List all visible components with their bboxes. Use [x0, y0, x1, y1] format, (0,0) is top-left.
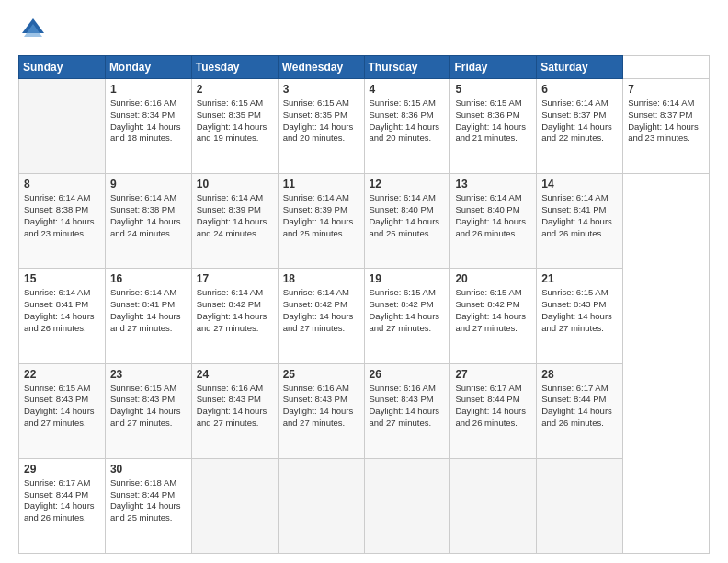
calendar-cell: 20Sunrise: 6:15 AMSunset: 8:42 PMDayligh…: [450, 269, 537, 363]
calendar-cell: 11Sunrise: 6:14 AMSunset: 8:39 PMDayligh…: [278, 174, 364, 269]
calendar-cell: 30Sunrise: 6:18 AMSunset: 8:44 PMDayligh…: [105, 458, 191, 553]
day-header-friday: Friday: [450, 56, 537, 79]
cell-details: Sunrise: 6:14 AMSunset: 8:38 PMDaylight:…: [110, 192, 187, 239]
day-number: 1: [110, 83, 187, 96]
day-number: 11: [283, 178, 359, 190]
cell-details: Sunrise: 6:16 AMSunset: 8:34 PMDaylight:…: [110, 98, 187, 144]
calendar-cell: [19, 79, 106, 174]
day-number: 10: [197, 178, 273, 190]
day-number: 6: [541, 83, 618, 96]
day-number: 7: [628, 83, 704, 96]
day-number: 23: [110, 368, 187, 381]
logo: [18, 17, 51, 46]
cell-details: Sunrise: 6:14 AMSunset: 8:41 PMDaylight:…: [110, 287, 187, 334]
calendar-cell: 17Sunrise: 6:14 AMSunset: 8:42 PMDayligh…: [191, 269, 278, 363]
cell-details: Sunrise: 6:14 AMSunset: 8:39 PMDaylight:…: [197, 192, 273, 239]
calendar-cell: 2Sunrise: 6:15 AMSunset: 8:35 PMDaylight…: [191, 79, 278, 174]
calendar-cell: 28Sunrise: 6:17 AMSunset: 8:44 PMDayligh…: [537, 363, 623, 458]
calendar-cell: 13Sunrise: 6:14 AMSunset: 8:40 PMDayligh…: [450, 174, 537, 269]
cell-details: Sunrise: 6:14 AMSunset: 8:39 PMDaylight:…: [283, 192, 359, 239]
day-number: 27: [455, 368, 531, 381]
week-row-3: 22Sunrise: 6:15 AMSunset: 8:43 PMDayligh…: [19, 363, 710, 458]
cell-details: Sunrise: 6:14 AMSunset: 8:38 PMDaylight:…: [24, 192, 100, 239]
cell-details: Sunrise: 6:15 AMSunset: 8:36 PMDaylight:…: [370, 98, 446, 144]
cell-details: Sunrise: 6:14 AMSunset: 8:42 PMDaylight:…: [283, 287, 359, 334]
cell-details: Sunrise: 6:14 AMSunset: 8:41 PMDaylight:…: [541, 192, 618, 239]
week-row-1: 8Sunrise: 6:14 AMSunset: 8:38 PMDaylight…: [19, 174, 710, 269]
cell-details: Sunrise: 6:15 AMSunset: 8:43 PMDaylight:…: [24, 383, 100, 430]
calendar-cell: 26Sunrise: 6:16 AMSunset: 8:43 PMDayligh…: [364, 363, 450, 458]
calendar-cell: 18Sunrise: 6:14 AMSunset: 8:42 PMDayligh…: [278, 269, 364, 363]
calendar-cell: [191, 458, 278, 553]
calendar-cell: 10Sunrise: 6:14 AMSunset: 8:39 PMDayligh…: [191, 174, 278, 269]
calendar-cell: 4Sunrise: 6:15 AMSunset: 8:36 PMDaylight…: [364, 79, 450, 174]
week-row-2: 15Sunrise: 6:14 AMSunset: 8:41 PMDayligh…: [19, 269, 710, 363]
calendar-cell: 23Sunrise: 6:15 AMSunset: 8:43 PMDayligh…: [105, 363, 191, 458]
calendar-table: SundayMondayTuesdayWednesdayThursdayFrid…: [18, 55, 710, 554]
week-row-0: 1Sunrise: 6:16 AMSunset: 8:34 PMDaylight…: [19, 79, 710, 174]
cell-details: Sunrise: 6:15 AMSunset: 8:35 PMDaylight:…: [197, 98, 273, 144]
day-number: 25: [283, 368, 359, 381]
calendar-cell: 15Sunrise: 6:14 AMSunset: 8:41 PMDayligh…: [19, 269, 106, 363]
calendar-cell: [364, 458, 450, 553]
day-number: 13: [455, 178, 531, 190]
calendar-cell: 25Sunrise: 6:16 AMSunset: 8:43 PMDayligh…: [278, 363, 364, 458]
calendar-cell: 1Sunrise: 6:16 AMSunset: 8:34 PMDaylight…: [105, 79, 191, 174]
day-number: 17: [197, 272, 273, 285]
day-number: 14: [541, 178, 618, 190]
cell-details: Sunrise: 6:14 AMSunset: 8:37 PMDaylight:…: [541, 98, 618, 144]
cell-details: Sunrise: 6:15 AMSunset: 8:36 PMDaylight:…: [455, 98, 531, 144]
day-number: 9: [110, 178, 187, 190]
cell-details: Sunrise: 6:15 AMSunset: 8:43 PMDaylight:…: [541, 287, 618, 334]
cell-details: Sunrise: 6:14 AMSunset: 8:40 PMDaylight:…: [370, 192, 446, 239]
cell-details: Sunrise: 6:16 AMSunset: 8:43 PMDaylight:…: [283, 383, 359, 430]
calendar-cell: [450, 458, 537, 553]
day-number: 21: [541, 272, 618, 285]
day-number: 15: [24, 272, 100, 285]
day-header-saturday: Saturday: [537, 56, 623, 79]
calendar-cell: [278, 458, 364, 553]
day-number: 29: [24, 463, 100, 476]
day-number: 5: [455, 83, 531, 96]
week-row-4: 29Sunrise: 6:17 AMSunset: 8:44 PMDayligh…: [19, 458, 710, 553]
calendar-cell: 22Sunrise: 6:15 AMSunset: 8:43 PMDayligh…: [19, 363, 106, 458]
page: SundayMondayTuesdayWednesdayThursdayFrid…: [0, 0, 728, 563]
cell-details: Sunrise: 6:14 AMSunset: 8:41 PMDaylight:…: [24, 287, 100, 334]
calendar-cell: 7Sunrise: 6:14 AMSunset: 8:37 PMDaylight…: [623, 79, 710, 174]
day-header-thursday: Thursday: [364, 56, 450, 79]
day-number: 26: [370, 368, 446, 381]
cell-details: Sunrise: 6:15 AMSunset: 8:35 PMDaylight:…: [283, 98, 359, 144]
cell-details: Sunrise: 6:17 AMSunset: 8:44 PMDaylight:…: [541, 383, 618, 430]
day-number: 20: [455, 272, 531, 285]
cell-details: Sunrise: 6:18 AMSunset: 8:44 PMDaylight:…: [110, 477, 187, 524]
day-number: 12: [370, 178, 446, 190]
calendar-cell: 5Sunrise: 6:15 AMSunset: 8:36 PMDaylight…: [450, 79, 537, 174]
calendar-cell: 16Sunrise: 6:14 AMSunset: 8:41 PMDayligh…: [105, 269, 191, 363]
day-header-wednesday: Wednesday: [278, 56, 364, 79]
day-header-tuesday: Tuesday: [191, 56, 278, 79]
calendar-cell: 14Sunrise: 6:14 AMSunset: 8:41 PMDayligh…: [537, 174, 623, 269]
cell-details: Sunrise: 6:15 AMSunset: 8:42 PMDaylight:…: [370, 287, 446, 334]
cell-details: Sunrise: 6:17 AMSunset: 8:44 PMDaylight:…: [455, 383, 531, 430]
calendar-cell: 21Sunrise: 6:15 AMSunset: 8:43 PMDayligh…: [537, 269, 623, 363]
calendar-cell: 8Sunrise: 6:14 AMSunset: 8:38 PMDaylight…: [19, 174, 106, 269]
day-header-monday: Monday: [105, 56, 191, 79]
cell-details: Sunrise: 6:14 AMSunset: 8:40 PMDaylight:…: [455, 192, 531, 239]
day-number: 22: [24, 368, 100, 381]
day-number: 2: [197, 83, 273, 96]
calendar-cell: 3Sunrise: 6:15 AMSunset: 8:35 PMDaylight…: [278, 79, 364, 174]
calendar-cell: 19Sunrise: 6:15 AMSunset: 8:42 PMDayligh…: [364, 269, 450, 363]
calendar-cell: 29Sunrise: 6:17 AMSunset: 8:44 PMDayligh…: [19, 458, 106, 553]
cell-details: Sunrise: 6:17 AMSunset: 8:44 PMDaylight:…: [24, 477, 100, 524]
calendar-cell: 12Sunrise: 6:14 AMSunset: 8:40 PMDayligh…: [364, 174, 450, 269]
day-number: 28: [541, 368, 618, 381]
day-number: 18: [283, 272, 359, 285]
header-row: SundayMondayTuesdayWednesdayThursdayFrid…: [19, 56, 710, 79]
day-number: 8: [24, 178, 100, 190]
cell-details: Sunrise: 6:14 AMSunset: 8:42 PMDaylight:…: [197, 287, 273, 334]
cell-details: Sunrise: 6:15 AMSunset: 8:42 PMDaylight:…: [455, 287, 531, 334]
day-number: 16: [110, 272, 187, 285]
calendar-cell: 24Sunrise: 6:16 AMSunset: 8:43 PMDayligh…: [191, 363, 278, 458]
day-header-sunday: Sunday: [19, 56, 106, 79]
logo-icon: [18, 17, 48, 46]
